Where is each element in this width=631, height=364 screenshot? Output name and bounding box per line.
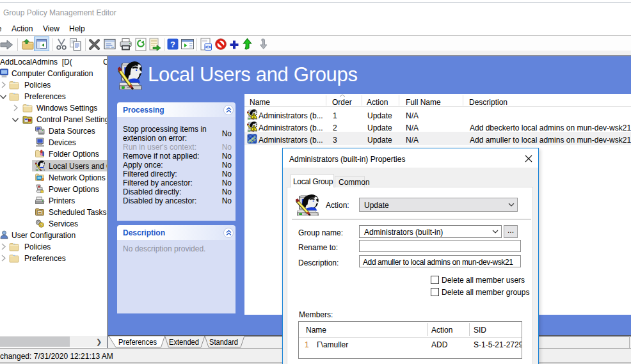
- svg-text:<>: <>: [205, 44, 212, 50]
- svg-text:?: ?: [170, 40, 175, 49]
- svg-text:Extended: Extended: [169, 338, 199, 347]
- svg-text:Preferences: Preferences: [118, 338, 157, 347]
- svg-text:Standard: Standard: [209, 338, 238, 347]
